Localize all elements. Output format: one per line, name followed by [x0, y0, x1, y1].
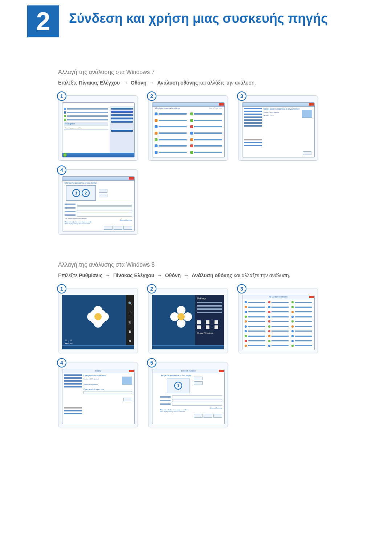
display-select[interactable] [77, 203, 132, 206]
cp-item[interactable] [155, 137, 187, 142]
cp-item[interactable] [268, 334, 289, 338]
cp-item[interactable] [245, 300, 265, 304]
cancel-button[interactable] [204, 414, 212, 418]
sidebar-link[interactable] [64, 377, 82, 379]
cp-item[interactable] [190, 150, 222, 155]
cp-item[interactable] [245, 305, 265, 309]
sidebar-link[interactable] [244, 108, 262, 109]
change-pc-settings[interactable]: Change PC settings [197, 332, 222, 334]
settings-item[interactable] [197, 305, 222, 307]
help-link[interactable]: What display settings should I choose? [65, 223, 132, 225]
taskbar[interactable] [62, 153, 134, 157]
resolution-select[interactable] [172, 399, 222, 402]
detect-button[interactable] [194, 377, 203, 380]
sidebar-link[interactable] [64, 413, 82, 414]
start-item[interactable] [67, 119, 108, 120]
cp-item[interactable] [245, 324, 265, 328]
brightness-icon[interactable] [215, 320, 218, 324]
start-item[interactable] [67, 112, 108, 113]
cp-item[interactable] [291, 320, 312, 323]
start-orb-icon[interactable] [63, 153, 67, 157]
cp-item[interactable] [245, 329, 265, 333]
cp-item[interactable] [155, 111, 187, 116]
sidebar-link[interactable] [244, 145, 262, 146]
sidebar-link[interactable] [64, 410, 82, 411]
sidebar-link[interactable] [244, 116, 262, 118]
close-icon[interactable] [129, 177, 134, 180]
cp-item[interactable] [245, 320, 265, 323]
orientation-select[interactable] [172, 403, 222, 406]
cp-item[interactable] [291, 324, 312, 328]
shutdown-button[interactable] [111, 130, 133, 132]
cp-item[interactable] [245, 334, 265, 338]
start-item[interactable] [67, 115, 108, 117]
cp-item[interactable] [268, 305, 289, 309]
cp-item[interactable] [291, 339, 312, 342]
power-icon[interactable] [206, 325, 209, 329]
sidebar-link[interactable] [244, 111, 262, 112]
cp-item[interactable] [245, 310, 265, 314]
cp-item[interactable] [268, 315, 289, 319]
cp-item[interactable] [190, 131, 222, 136]
share-icon[interactable]: ⬚ [128, 311, 132, 315]
keyboard-icon[interactable] [215, 325, 218, 329]
start-item[interactable] [67, 108, 108, 110]
cp-item[interactable] [190, 124, 222, 129]
start-icon[interactable]: ⊞ [128, 320, 132, 324]
cp-item[interactable] [155, 144, 187, 149]
sidebar-link[interactable] [244, 119, 262, 121]
start-right-item[interactable] [111, 114, 133, 116]
identify-button[interactable] [99, 194, 107, 197]
apply-button[interactable] [123, 398, 132, 401]
sidebar-link[interactable] [244, 114, 262, 115]
cp-item[interactable] [291, 305, 312, 309]
cp-item[interactable] [268, 339, 289, 342]
taskbar[interactable] [152, 345, 224, 349]
notifications-icon[interactable] [197, 325, 201, 329]
cp-item[interactable] [155, 150, 187, 155]
detect-button[interactable] [99, 189, 107, 193]
close-icon[interactable] [129, 370, 134, 372]
cp-item[interactable] [190, 144, 222, 149]
all-programs[interactable]: All Programs [65, 123, 75, 125]
cp-item[interactable] [155, 131, 187, 136]
settings-item[interactable] [197, 312, 222, 313]
cp-item[interactable] [190, 111, 222, 116]
close-icon[interactable] [309, 296, 314, 298]
cp-item[interactable] [268, 320, 289, 323]
start-right-item[interactable] [111, 121, 133, 123]
apply-button[interactable] [123, 226, 132, 230]
close-icon[interactable] [309, 103, 314, 106]
cp-item[interactable] [268, 310, 289, 314]
close-icon[interactable] [219, 103, 224, 106]
sidebar-link[interactable] [244, 122, 262, 124]
cp-item[interactable] [268, 324, 289, 328]
view-by[interactable]: View by Large icons [209, 107, 222, 109]
resolution-select[interactable] [77, 206, 132, 209]
apply-button[interactable] [303, 151, 311, 155]
start-right-item[interactable] [111, 108, 133, 110]
cp-item[interactable] [245, 344, 265, 348]
start-right-item[interactable] [111, 111, 133, 113]
cp-item[interactable] [291, 344, 312, 348]
identify-button[interactable] [194, 381, 203, 385]
start-right-item[interactable] [111, 118, 133, 119]
settings-icon[interactable]: ⚙ [128, 339, 132, 343]
sidebar-link[interactable] [64, 383, 82, 385]
sidebar-link[interactable] [244, 142, 262, 143]
text-select[interactable] [83, 391, 132, 394]
cp-item[interactable] [268, 329, 289, 333]
network-icon[interactable] [197, 320, 201, 324]
cp-item[interactable] [291, 334, 312, 338]
cp-item[interactable] [245, 315, 265, 319]
cancel-button[interactable] [114, 226, 122, 230]
settings-item[interactable] [197, 302, 222, 303]
cp-item[interactable] [190, 118, 222, 123]
cp-item[interactable] [291, 300, 312, 304]
cp-item[interactable] [155, 118, 187, 123]
orientation-select[interactable] [77, 210, 132, 213]
cp-item[interactable] [155, 124, 187, 129]
close-icon[interactable] [219, 370, 224, 372]
sidebar-link[interactable] [64, 374, 82, 376]
cp-item[interactable] [291, 329, 312, 333]
